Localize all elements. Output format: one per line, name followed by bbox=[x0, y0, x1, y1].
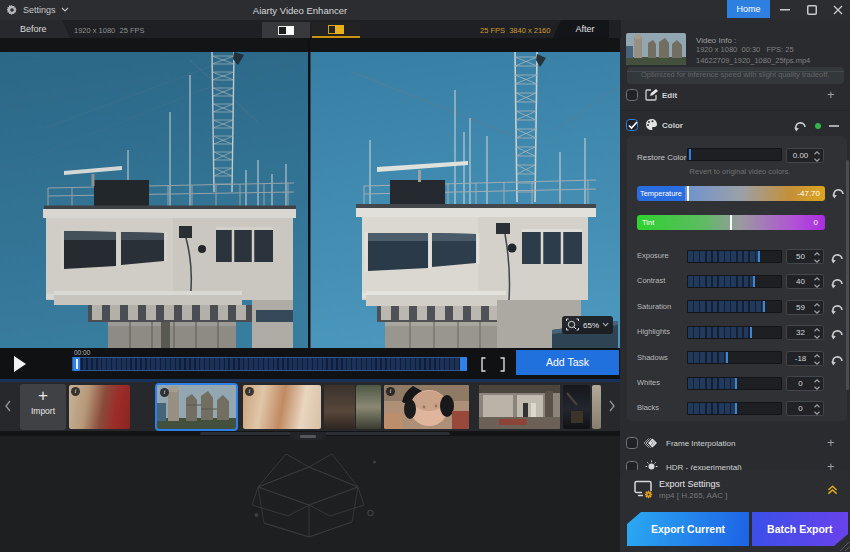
svg-text:65%: 65% bbox=[583, 321, 599, 330]
